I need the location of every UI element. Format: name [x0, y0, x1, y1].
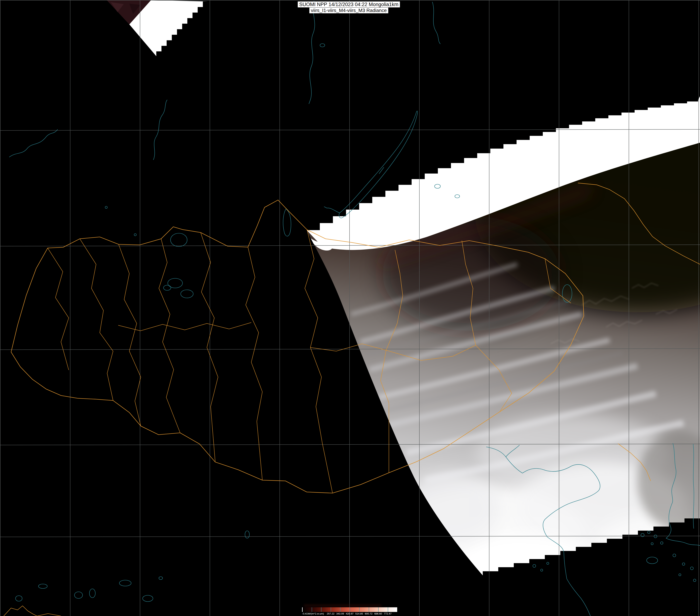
colorbar-end-tick	[397, 607, 397, 612]
title-box: SUOMI NPP 14/12/2023 04:22 Mongolia1km v…	[298, 1, 400, 13]
satellite-quicklook-page: SUOMI NPP 14/12/2023 04:22 Mongolia1km v…	[0, 0, 700, 616]
colorbar-tick-label: 600.72	[365, 612, 373, 615]
colorbar-tick-label: 514.85	[355, 612, 363, 615]
colorbar-tick-label: 428.97	[346, 612, 353, 615]
colorbar-tick	[312, 607, 312, 612]
colorbar-tick-label: 343.09	[336, 612, 344, 615]
colorbar-tick-label: 686.60	[374, 612, 382, 615]
colorbar-tick-label: 772.47	[384, 612, 391, 615]
colorbar-gradient	[302, 607, 397, 612]
colorbar-tick	[378, 607, 378, 612]
colorbar-tick	[340, 607, 340, 612]
map-canvas	[0, 0, 700, 616]
title-line-2: viirs_I1-viirs_M4-viirs_M3 Radiance	[310, 8, 388, 13]
colorbar: -0.41W/(m^2.sr.um) 257.22 343.09 428.97 …	[302, 607, 432, 615]
colorbar-start-tick	[302, 607, 303, 612]
colorbar-units-label: -0.41W/(m^2.sr.um)	[302, 612, 324, 615]
colorbar-tick	[321, 607, 322, 612]
colorbar-tick	[350, 607, 350, 612]
colorbar-labels: -0.41W/(m^2.sr.um) 257.22 343.09 428.97 …	[302, 612, 432, 615]
colorbar-tick	[369, 607, 369, 612]
colorbar-smudge	[304, 604, 382, 607]
title-line-1: SUOMI NPP 14/12/2023 04:22 Mongolia1km	[298, 1, 400, 8]
colorbar-tick	[331, 607, 331, 612]
colorbar-tick	[359, 607, 360, 612]
colorbar-tick	[388, 607, 388, 612]
colorbar-tick-label: 257.22	[327, 612, 334, 615]
